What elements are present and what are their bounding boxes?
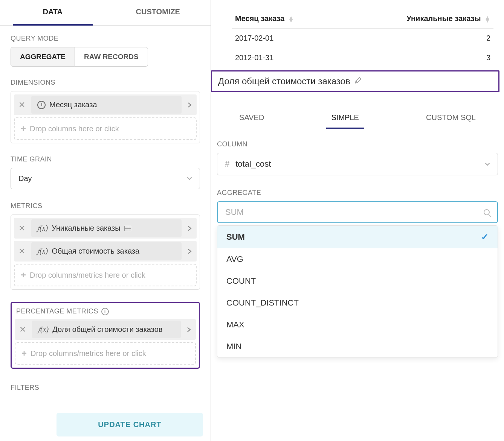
results-table: Месяц заказа ▲▼ Уникальные заказы ▲▼ 201… [232, 9, 493, 67]
aggregate-input[interactable]: SUM [217, 201, 498, 223]
cell: 2 [342, 29, 493, 48]
aggregate-option-max[interactable]: MAX [217, 314, 498, 336]
aggregate-option-min[interactable]: MIN [217, 336, 498, 357]
dimension-chip[interactable]: ✕ Месяц заказа [14, 94, 197, 115]
close-icon[interactable]: ✕ [15, 325, 31, 335]
time-grain-value: Day [18, 174, 32, 183]
right-panel: Месяц заказа ▲▼ Уникальные заказы ▲▼ 201… [211, 0, 504, 441]
metric-chip-0[interactable]: ✕ 𝑓(x) Уникальные заказы [14, 218, 197, 239]
close-icon[interactable]: ✕ [14, 100, 30, 110]
metric-editor: SAVED SIMPLE CUSTOM SQL COLUMN # total_c… [211, 92, 504, 358]
pct-metric-content[interactable]: 𝑓(x) Доля общей стоимости заказов [32, 321, 181, 338]
chevron-right-icon[interactable] [183, 102, 197, 108]
pct-metrics-dropzone[interactable]: + Drop columns/metrics here or click [15, 342, 196, 365]
plus-icon: + [21, 123, 26, 134]
tab-saved[interactable]: SAVED [236, 107, 267, 129]
tab-custom-sql[interactable]: CUSTOM SQL [423, 107, 479, 129]
filters-label: FILTERS [11, 384, 200, 392]
dimensions-box: ✕ Месяц заказа + Drop columns here or cl… [11, 91, 200, 143]
query-mode-label: QUERY MODE [11, 35, 200, 43]
chevron-down-icon [187, 174, 192, 183]
tab-data[interactable]: DATA [0, 0, 105, 25]
search-icon [484, 209, 490, 215]
percentage-metrics-label: PERCENTAGE METRICS i [16, 307, 194, 315]
cell: 2012-01-31 [232, 48, 342, 68]
cell: 2017-02-01 [232, 29, 342, 48]
left-panel: DATA CUSTOMIZE QUERY MODE AGGREGATE RAW … [0, 0, 211, 441]
aggregate-option-count[interactable]: COUNT [217, 270, 498, 292]
check-icon: ✓ [481, 232, 489, 242]
drop-hint: Drop columns here or click [30, 125, 119, 133]
aggregate-option-count-distinct[interactable]: COUNT_DISTINCT [217, 292, 498, 314]
metrics-dropzone[interactable]: + Drop columns/metrics here or click [14, 264, 197, 286]
option-text: AVG [226, 254, 243, 264]
pct-metric-chip[interactable]: ✕ 𝑓(x) Доля общей стоимости заказов [15, 319, 196, 340]
aggregate-option-avg[interactable]: AVG [217, 248, 498, 270]
col1-text: Месяц заказа [235, 14, 284, 23]
metric-chip-1[interactable]: ✕ 𝑓(x) Общая стоимость заказа [14, 241, 197, 262]
results-table-area: Месяц заказа ▲▼ Уникальные заказы ▲▼ 201… [211, 0, 504, 70]
dimension-name: Месяц заказа [49, 100, 97, 109]
table-header-col1[interactable]: Месяц заказа ▲▼ [232, 9, 342, 29]
table-row: 2012-01-31 3 [232, 48, 493, 68]
chevron-down-icon [485, 159, 490, 169]
fx-icon: 𝑓(x) [37, 247, 48, 255]
aggregate-dropdown: SUM ✓ AVG COUNT COUNT_DISTINCT MAX MIN [217, 225, 498, 358]
tab-customize[interactable]: CUSTOMIZE [105, 0, 211, 25]
dimensions-dropzone[interactable]: + Drop columns here or click [14, 117, 197, 140]
aggregate-option-sum[interactable]: SUM ✓ [217, 226, 498, 248]
metric-editor-title: Доля общей стоимости заказов [211, 70, 499, 92]
hash-icon: # [225, 159, 229, 169]
update-chart-button[interactable]: UPDATE CHART [57, 413, 203, 436]
aggregate-placeholder: SUM [225, 207, 484, 217]
metrics-box: ✕ 𝑓(x) Уникальные заказы ✕ 𝑓(x) Общая ст… [11, 214, 200, 290]
grid-icon [124, 226, 131, 231]
chevron-right-icon[interactable] [182, 327, 196, 332]
drop-hint: Drop columns/metrics here or click [30, 271, 145, 280]
column-value: total_cost [235, 159, 479, 169]
plus-icon: + [21, 270, 26, 280]
aggregate-button[interactable]: AGGREGATE [11, 47, 75, 67]
time-grain-label: TIME GRAIN [11, 155, 200, 163]
dimensions-label: DIMENSIONS [11, 79, 200, 87]
table-row: 2017-02-01 2 [232, 29, 493, 48]
tab-simple[interactable]: SIMPLE [328, 107, 362, 129]
pencil-icon[interactable] [354, 76, 362, 87]
sort-icon: ▲▼ [288, 16, 294, 22]
cell: 3 [342, 48, 493, 68]
sort-icon: ▲▼ [484, 16, 490, 22]
plus-icon: + [21, 348, 27, 359]
column-label: COLUMN [217, 140, 498, 148]
pct-metrics-text: PERCENTAGE METRICS [16, 307, 98, 315]
config-scroll: QUERY MODE AGGREGATE RAW RECORDS DIMENSI… [0, 26, 211, 413]
metric-chip-content[interactable]: 𝑓(x) Общая стоимость заказа [31, 242, 182, 260]
option-text: MIN [226, 342, 241, 351]
table-header-col2[interactable]: Уникальные заказы ▲▼ [342, 9, 493, 29]
raw-records-button[interactable]: RAW RECORDS [75, 47, 148, 67]
option-text: COUNT [226, 276, 256, 286]
close-icon[interactable]: ✕ [14, 224, 30, 233]
option-text: MAX [226, 320, 244, 330]
metrics-label: METRICS [11, 202, 200, 210]
clock-icon [37, 101, 46, 109]
metric-name: Общая стоимость заказа [52, 247, 139, 255]
close-icon[interactable]: ✕ [14, 246, 30, 256]
chevron-right-icon[interactable] [183, 226, 197, 231]
chevron-right-icon[interactable] [183, 249, 197, 254]
percentage-metrics-section: PERCENTAGE METRICS i ✕ 𝑓(x) Доля общей с… [11, 302, 200, 369]
col2-text: Уникальные заказы [406, 14, 481, 23]
editor-tabs: SAVED SIMPLE CUSTOM SQL [217, 107, 498, 129]
info-icon[interactable]: i [101, 308, 109, 315]
top-tabs: DATA CUSTOMIZE [0, 0, 211, 26]
time-grain-select[interactable]: Day [11, 168, 200, 189]
pct-metric-name: Доля общей стоимости заказов [52, 325, 162, 334]
metric-name: Уникальные заказы [52, 224, 120, 233]
column-select[interactable]: # total_cost [217, 153, 498, 175]
query-mode-group: AGGREGATE RAW RECORDS [11, 47, 200, 67]
drop-hint: Drop columns/metrics here or click [31, 349, 146, 358]
fx-icon: 𝑓(x) [38, 325, 49, 334]
dimension-chip-content[interactable]: Месяц заказа [31, 96, 182, 114]
aggregate-label: AGGREGATE [217, 189, 498, 197]
option-text: SUM [226, 232, 245, 242]
metric-chip-content[interactable]: 𝑓(x) Уникальные заказы [31, 219, 182, 237]
